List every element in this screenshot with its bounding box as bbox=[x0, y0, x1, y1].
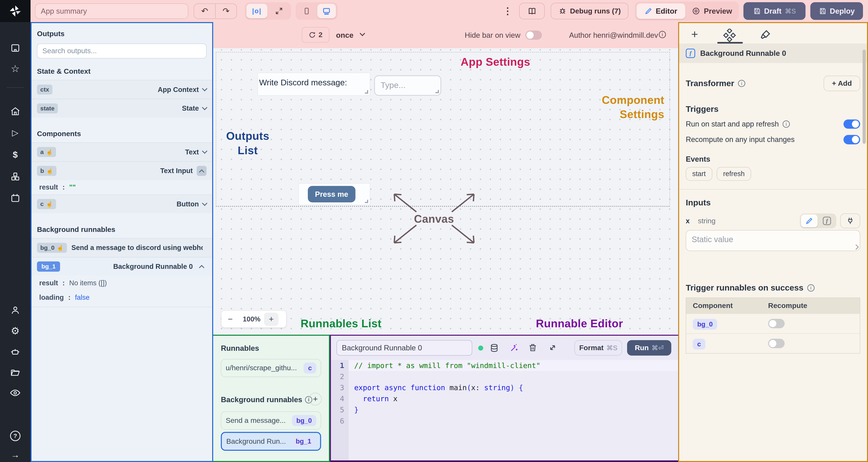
info-icon[interactable] bbox=[738, 80, 745, 87]
resize-handle[interactable] bbox=[435, 90, 439, 93]
resize-handle[interactable] bbox=[365, 200, 368, 203]
runnable-item-c[interactable]: u/henri/scrape_githu... c bbox=[221, 359, 321, 377]
format-shortcut: ⌘S bbox=[607, 344, 617, 352]
zoom-out-button[interactable]: − bbox=[221, 315, 239, 324]
recompute-toggle[interactable] bbox=[768, 339, 785, 348]
runs-play-icon[interactable] bbox=[0, 125, 31, 140]
audit-eye-icon[interactable] bbox=[0, 385, 31, 401]
info-icon[interactable] bbox=[783, 121, 790, 128]
schedules-calendar-icon[interactable] bbox=[0, 190, 31, 206]
deploy-button[interactable]: Deploy bbox=[810, 2, 863, 20]
event-refresh-button[interactable]: refresh bbox=[717, 167, 751, 181]
expand-sidebar-icon[interactable] bbox=[0, 447, 31, 462]
database-icon[interactable] bbox=[489, 343, 499, 353]
centered-layout-icon[interactable] bbox=[246, 4, 268, 18]
eval-mode-function-icon[interactable] bbox=[818, 214, 835, 227]
kebab-menu-icon[interactable] bbox=[501, 4, 514, 18]
variables-dollar-icon[interactable] bbox=[0, 147, 31, 163]
bg0-badge: bg_0 bbox=[693, 319, 717, 330]
connect-plug-icon[interactable] bbox=[840, 213, 860, 228]
refresh-count-box[interactable]: 2 bbox=[302, 27, 330, 42]
tab-preview[interactable]: Preview bbox=[686, 3, 737, 19]
runnable-item-label: Send a message... bbox=[226, 417, 288, 425]
message-text-input[interactable]: Type... bbox=[374, 75, 441, 96]
output-row-a[interactable]: a Text bbox=[32, 142, 212, 161]
static-mode-pencil-icon[interactable] bbox=[801, 214, 817, 227]
run-on-start-toggle[interactable] bbox=[843, 120, 860, 129]
runnable-item-bg1-selected[interactable]: Background Run... bg_1 bbox=[221, 432, 321, 451]
recompute-toggle[interactable] bbox=[768, 319, 785, 328]
resize-handle[interactable] bbox=[365, 90, 368, 94]
triggers-heading: Triggers bbox=[686, 104, 860, 114]
mobile-view-icon[interactable] bbox=[297, 4, 316, 18]
zoom-in-button[interactable]: + bbox=[264, 312, 278, 326]
windmill-logo[interactable] bbox=[0, 0, 31, 22]
chevron-down-icon[interactable] bbox=[202, 148, 207, 154]
runnable-item-bg0[interactable]: Send a message... bg_0 bbox=[221, 411, 321, 430]
tab-add-component[interactable]: + bbox=[688, 28, 701, 41]
add-runnable-button[interactable]: + bbox=[309, 393, 322, 405]
chevron-down-icon[interactable] bbox=[202, 201, 207, 206]
undo-icon[interactable] bbox=[194, 4, 215, 19]
device-toggle-group bbox=[296, 2, 338, 20]
c-badge: c bbox=[693, 339, 705, 350]
output-row-b[interactable]: b Text Input bbox=[32, 161, 212, 180]
app-summary-input[interactable]: App summary bbox=[35, 3, 188, 19]
output-row-ctx[interactable]: ctx App Context bbox=[32, 80, 212, 99]
draft-button[interactable]: Draft ⌘S bbox=[743, 2, 806, 20]
favorites-star-icon[interactable] bbox=[0, 61, 31, 76]
code-editor[interactable]: 123456 // import * as wmill from "windmi… bbox=[331, 360, 678, 460]
tab-editor[interactable]: Editor bbox=[637, 3, 685, 19]
selected-component-header[interactable]: Background Runnable 0 bbox=[679, 43, 867, 63]
chevron-down-icon[interactable] bbox=[202, 86, 207, 91]
author-label: Author henri@windmill.dev bbox=[569, 31, 658, 39]
output-row-bg0[interactable]: bg_0 Send a message to discord using web… bbox=[32, 238, 212, 257]
add-transformer-button[interactable]: + Add bbox=[824, 76, 860, 91]
tab-components-diamonds-icon[interactable] bbox=[722, 29, 737, 42]
runnables-panel: Runnables u/henri/scrape_githu... c Back… bbox=[213, 335, 330, 462]
runnable-name-input[interactable]: Background Runnable 0 bbox=[337, 340, 472, 356]
discord-text-component[interactable]: Write Discord message: bbox=[258, 73, 370, 95]
users-person-icon[interactable] bbox=[0, 303, 31, 318]
bg1-result-value: No items ([]) bbox=[69, 279, 107, 287]
info-icon[interactable] bbox=[659, 31, 666, 38]
help-icon[interactable] bbox=[0, 428, 31, 443]
run-button[interactable]: Run⌘⏎ bbox=[627, 340, 671, 356]
output-row-state[interactable]: state State bbox=[32, 99, 212, 118]
folders-icon[interactable] bbox=[0, 365, 31, 380]
output-row-c[interactable]: c Button bbox=[32, 195, 212, 213]
editor-code[interactable]: // import * as wmill from "windmill-clie… bbox=[349, 360, 678, 460]
chevron-up-icon[interactable] bbox=[197, 166, 207, 176]
trash-icon[interactable] bbox=[528, 343, 537, 352]
hide-bar-toggle[interactable] bbox=[525, 31, 542, 40]
format-button[interactable]: Format⌘S bbox=[575, 340, 622, 356]
search-outputs-input[interactable]: Search outputs... bbox=[37, 43, 207, 59]
fullscreen-layout-icon[interactable] bbox=[269, 4, 289, 18]
tab-theme-brush-icon[interactable] bbox=[759, 29, 772, 41]
run-on-start-label: Run on start and app refresh bbox=[686, 120, 779, 128]
docs-button[interactable] bbox=[519, 3, 545, 20]
chevron-up-icon[interactable] bbox=[197, 262, 207, 272]
workers-robot-icon[interactable] bbox=[0, 344, 31, 360]
state-type-label: State bbox=[182, 104, 199, 112]
event-start-button[interactable]: start bbox=[686, 167, 712, 181]
home-icon[interactable] bbox=[0, 103, 31, 119]
scrollbar-thumb[interactable] bbox=[863, 50, 866, 143]
output-row-bg1[interactable]: bg_1 Background Runnable 0 bbox=[32, 257, 212, 276]
static-value-textarea[interactable]: Static value bbox=[686, 230, 860, 251]
redo-icon[interactable] bbox=[215, 4, 237, 19]
desktop-view-icon[interactable] bbox=[317, 4, 336, 18]
workspace-building-icon[interactable] bbox=[0, 40, 31, 56]
recompute-toggle[interactable] bbox=[843, 135, 860, 144]
info-icon[interactable] bbox=[807, 284, 814, 292]
frequency-dropdown[interactable]: once bbox=[336, 31, 353, 39]
state-badge: state bbox=[37, 103, 58, 113]
ai-wand-icon[interactable] bbox=[509, 343, 519, 353]
settings-gear-icon[interactable] bbox=[0, 323, 31, 338]
expand-editor-icon[interactable] bbox=[548, 343, 557, 352]
chevron-down-icon[interactable] bbox=[202, 105, 207, 110]
debug-runs-button[interactable]: Debug runs (7) bbox=[551, 3, 628, 20]
resize-handle[interactable] bbox=[853, 244, 859, 250]
resources-cubes-icon[interactable] bbox=[0, 169, 31, 184]
press-me-button[interactable]: Press me bbox=[308, 186, 355, 203]
